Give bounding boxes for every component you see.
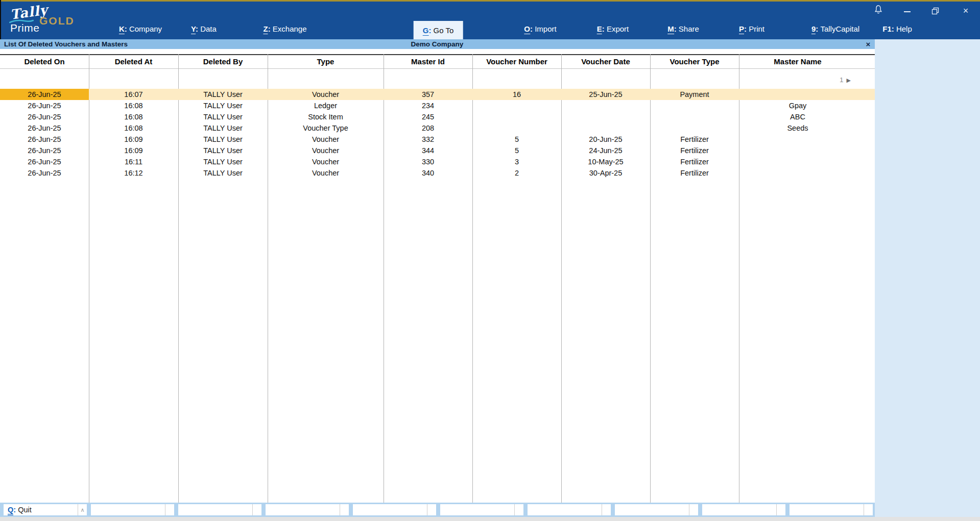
cell-voucher-type: Fertilizer xyxy=(650,167,739,179)
cell-deleted-at: 16:12 xyxy=(89,167,178,179)
cell-deleted-on: 26-Jun-25 xyxy=(0,145,89,156)
close-report-button[interactable]: × xyxy=(863,39,873,49)
menu-item-import[interactable]: O: Import xyxy=(524,24,556,33)
menu-label: Share xyxy=(677,24,699,33)
menu-item-help[interactable]: F1: Help xyxy=(882,24,912,33)
quit-button-label: Q: Quit xyxy=(4,504,78,515)
menu-hotkey: 9: xyxy=(811,24,818,34)
cell-master-name xyxy=(739,145,875,156)
cell-deleted-on: 26-Jun-25 xyxy=(0,167,89,179)
cell-deleted-at: 16:09 xyxy=(89,134,178,145)
cell-master-name: Seeds xyxy=(739,122,875,134)
cell-master-id: 340 xyxy=(384,167,472,179)
tallyprime-window: Tally Prime GOLD K: CompanyY: DataZ: Exc… xyxy=(0,0,980,521)
cell-voucher-type: Fertilizer xyxy=(650,134,739,145)
menu-item-data[interactable]: Y: Data xyxy=(191,24,217,33)
cell-deleted-at: 16:08 xyxy=(89,111,178,122)
expand-caret[interactable]: ∧ xyxy=(78,504,87,515)
menu-hotkey: P: xyxy=(739,24,747,34)
next-page-icon[interactable]: ▶ xyxy=(847,77,851,83)
table-body: 26-Jun-2516:07TALLY UserVoucher3571625-J… xyxy=(0,89,875,179)
column-header-voucher-date: Voucher Date xyxy=(561,55,650,68)
menu-label: Print xyxy=(747,24,764,33)
cell-type: Voucher xyxy=(268,145,384,156)
menu-label: TallyCapital xyxy=(818,24,859,33)
cell-type: Voucher Type xyxy=(268,122,384,134)
menu-label: Data xyxy=(198,24,217,33)
menu-label: Company xyxy=(127,24,162,33)
cell-voucher-type: Fertilizer xyxy=(650,156,739,167)
cell-deleted-by: TALLY User xyxy=(178,167,268,179)
cell-master-id: 344 xyxy=(384,145,472,156)
menu-label: Export xyxy=(605,24,629,33)
cell-deleted-by: TALLY User xyxy=(178,134,268,145)
cell-type: Voucher xyxy=(268,134,384,145)
menu-hotkey: O: xyxy=(524,24,533,34)
table-row[interactable]: 26-Jun-2516:08TALLY UserStock Item245ABC xyxy=(0,111,875,122)
statusbar-slot xyxy=(353,504,436,515)
cell-voucher-type xyxy=(650,122,739,134)
cell-type: Voucher xyxy=(268,167,384,179)
cell-master-name xyxy=(739,89,875,100)
close-window-button[interactable]: × xyxy=(960,5,971,17)
cell-master-name xyxy=(739,167,875,179)
cell-voucher-number: 16 xyxy=(472,89,561,100)
cell-deleted-by: TALLY User xyxy=(178,145,268,156)
minimize-button[interactable] xyxy=(902,5,913,17)
menu-label: Go To xyxy=(431,26,453,35)
cell-deleted-by: TALLY User xyxy=(178,100,268,111)
menu-item-exchange[interactable]: Z: Exchange xyxy=(263,24,306,33)
cell-deleted-on: 26-Jun-25 xyxy=(0,122,89,134)
cell-voucher-type xyxy=(650,111,739,122)
menu-item-tallycapital[interactable]: 9: TallyCapital xyxy=(811,24,859,33)
window-bottom-edge xyxy=(0,517,980,521)
edition-badge: GOLD xyxy=(39,15,75,27)
table-row[interactable]: 26-Jun-2516:08TALLY UserVoucher Type208S… xyxy=(0,122,875,134)
table-row[interactable]: 26-Jun-2516:07TALLY UserVoucher3571625-J… xyxy=(0,89,875,100)
cell-deleted-by: TALLY User xyxy=(178,122,268,134)
logo-product-name: Prime xyxy=(10,22,39,34)
menu-item-print[interactable]: P: Print xyxy=(739,24,764,33)
cell-master-name xyxy=(739,134,875,145)
column-header-master-name: Master Name xyxy=(739,55,875,68)
cell-master-id: 332 xyxy=(384,134,472,145)
cell-voucher-type: Fertilizer xyxy=(650,145,739,156)
cell-deleted-on: 26-Jun-25 xyxy=(0,100,89,111)
cell-voucher-date: 30-Apr-25 xyxy=(561,167,650,179)
quit-button[interactable]: Q: Quit ∧ xyxy=(4,504,87,515)
notifications-bell-icon[interactable] xyxy=(874,5,885,17)
menu-item-share[interactable]: M: Share xyxy=(667,24,699,33)
restore-window-icon[interactable] xyxy=(931,5,943,17)
cell-voucher-number xyxy=(472,100,561,111)
status-bar: Q: Quit ∧ xyxy=(0,503,875,517)
cell-voucher-type: Payment xyxy=(650,89,739,100)
column-header-deleted-by: Deleted By xyxy=(178,55,268,68)
statusbar-slot xyxy=(266,504,349,515)
menu-item-go-to[interactable]: G: Go To xyxy=(414,21,463,39)
tallyprime-logo: Tally Prime xyxy=(8,3,44,38)
cell-deleted-at: 16:08 xyxy=(89,100,178,111)
cell-deleted-at: 16:07 xyxy=(89,89,178,100)
cell-voucher-number: 3 xyxy=(472,156,561,167)
table-row[interactable]: 26-Jun-2516:12TALLY UserVoucher340230-Ap… xyxy=(0,167,875,179)
page-number: 1 xyxy=(840,76,844,84)
cell-type: Voucher xyxy=(268,156,384,167)
cell-voucher-number: 5 xyxy=(472,134,561,145)
table-row[interactable]: 26-Jun-2516:08TALLY UserLedger234Gpay xyxy=(0,100,875,111)
cell-voucher-date xyxy=(561,100,650,111)
cell-master-id: 234 xyxy=(384,100,472,111)
statusbar-slot xyxy=(440,504,523,515)
table-row[interactable]: 26-Jun-2516:11TALLY UserVoucher330310-Ma… xyxy=(0,156,875,167)
menu-item-company[interactable]: K: Company xyxy=(119,24,162,33)
cell-deleted-by: TALLY User xyxy=(178,89,268,100)
table-row[interactable]: 26-Jun-2516:09TALLY UserVoucher344524-Ju… xyxy=(0,145,875,156)
cell-voucher-number: 5 xyxy=(472,145,561,156)
cell-deleted-at: 16:09 xyxy=(89,145,178,156)
table-row[interactable]: 26-Jun-2516:09TALLY UserVoucher332520-Ju… xyxy=(0,134,875,145)
cell-deleted-on: 26-Jun-25 xyxy=(0,111,89,122)
menu-hotkey: Y: xyxy=(191,24,198,34)
statusbar-slot xyxy=(790,504,873,515)
cell-voucher-number: 2 xyxy=(472,167,561,179)
menu-item-export[interactable]: E: Export xyxy=(597,24,629,33)
statusbar-slot xyxy=(178,504,261,515)
